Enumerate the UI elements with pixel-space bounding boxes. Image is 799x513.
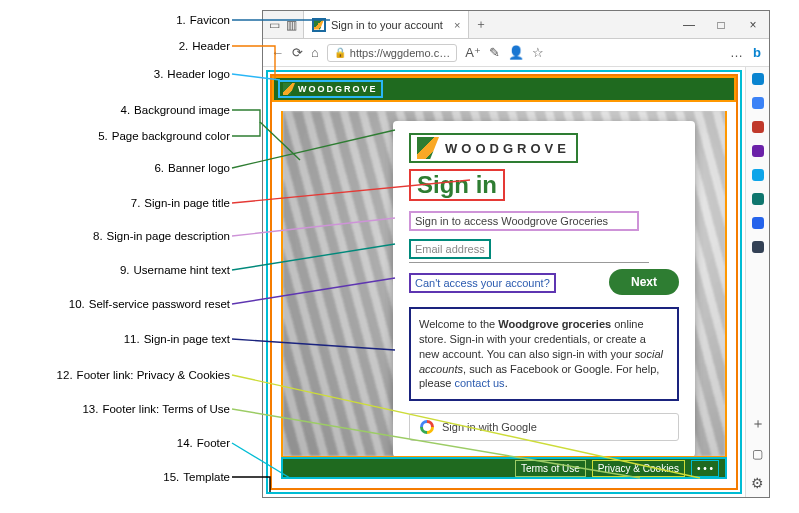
bing-icon[interactable]: b [753, 45, 761, 60]
sidebar-stripe: ＋ ▢ ⚙ [745, 67, 769, 497]
workspace-icon[interactable]: ▭ [269, 18, 280, 32]
side-mail-icon[interactable] [752, 169, 764, 181]
url-box[interactable]: 🔒 https://wggdemo.c… [327, 44, 457, 62]
annot-3: 3.Header logo [154, 68, 230, 80]
annot-12: 12.Footer link: Privacy & Cookies [57, 369, 230, 381]
annot-10: 10.Self-service password reset [69, 298, 230, 310]
footer-terms-link[interactable]: Terms of Use [515, 460, 586, 477]
addperson-icon[interactable]: 👤 [508, 45, 524, 60]
tab-strip: ▭ ▥ Sign in to your account × ＋ — □ × [263, 11, 769, 39]
back-icon[interactable]: ← [271, 45, 284, 60]
footer-privacy-link[interactable]: Privacy & Cookies [592, 460, 685, 477]
annot-4: 4.Background image [121, 104, 231, 116]
side-plus-icon[interactable]: ＋ [751, 415, 765, 435]
google-icon [420, 420, 434, 434]
annot-9: 9.Username hint text [120, 264, 230, 276]
page-footer: Terms of Use Privacy & Cookies • • • [281, 457, 727, 479]
email-input[interactable] [409, 259, 649, 263]
address-bar: ← ⟳ ⌂ 🔒 https://wggdemo.c… A⁺ ✎ 👤 ☆ … b [263, 39, 769, 67]
header-logo: WOODGROVE [278, 80, 383, 98]
url-text: https://wggdemo.c… [350, 47, 450, 59]
annot-14: 14.Footer [177, 437, 230, 449]
next-button[interactable]: Next [609, 269, 679, 295]
annotation-column: 1.Favicon 2.Header 3.Header logo 4.Backg… [0, 0, 240, 513]
side-more-icon[interactable] [752, 241, 764, 253]
tab-tools: ▭ ▥ [263, 11, 303, 38]
lock-icon: 🔒 [334, 47, 346, 58]
new-tab-button[interactable]: ＋ [469, 11, 493, 38]
browser-window: ▭ ▥ Sign in to your account × ＋ — □ × ← … [262, 10, 770, 498]
window-minimize[interactable]: — [673, 11, 705, 38]
annot-7: 7.Sign-in page title [131, 197, 230, 209]
signin-title: Sign in [409, 169, 505, 201]
header-logo-text: WOODGROVE [298, 84, 378, 94]
side-chat-icon[interactable] [752, 97, 764, 109]
tabs-icon[interactable]: ▥ [286, 18, 297, 32]
page-header: WOODGROVE [272, 76, 736, 102]
banner-logo-text: WOODGROVE [445, 141, 570, 156]
side-word-icon[interactable] [752, 217, 764, 229]
annot-6: 6.Banner logo [154, 162, 230, 174]
google-label: Sign in with Google [442, 421, 537, 433]
window-maximize[interactable]: □ [705, 11, 737, 38]
annot-2: 2.Header [179, 40, 230, 52]
annot-8: 8.Sign-in page description [93, 230, 230, 242]
tab-close-icon[interactable]: × [454, 19, 460, 31]
signin-card: WOODGROVE Sign in Sign in to access Wood… [393, 121, 695, 457]
tab-title: Sign in to your account [331, 19, 443, 31]
page-body: WOODGROVE WOODGROVE Sign in [270, 74, 738, 490]
contact-us-link[interactable]: contact us [454, 377, 504, 389]
annot-13: 13.Footer link: Terms of Use [82, 403, 230, 415]
favicon [312, 18, 326, 32]
translate-icon[interactable]: ✎ [489, 45, 500, 60]
read-aloud-icon[interactable]: A⁺ [465, 45, 481, 60]
banner-logo: WOODGROVE [409, 133, 578, 163]
window-close[interactable]: × [737, 11, 769, 38]
background-image: WOODGROVE Sign in Sign in to access Wood… [281, 111, 727, 458]
more-icon[interactable]: … [730, 45, 743, 60]
forgot-password-link[interactable]: Can't access your account? [409, 273, 556, 293]
google-signin-button[interactable]: Sign in with Google [409, 413, 679, 441]
footer-more-link[interactable]: • • • [691, 460, 719, 477]
favorite-icon[interactable]: ☆ [532, 45, 544, 60]
signin-description: Sign in to access Woodgrove Groceries [409, 211, 639, 231]
page-viewport: WOODGROVE WOODGROVE Sign in [263, 67, 745, 497]
refresh-icon[interactable]: ⟳ [292, 45, 303, 60]
browser-tab[interactable]: Sign in to your account × [303, 11, 469, 38]
home-icon[interactable]: ⌂ [311, 45, 319, 60]
signin-page-text: Welcome to the Woodgrove groceries onlin… [409, 307, 679, 401]
annot-1: 1.Favicon [176, 14, 230, 26]
annot-11: 11.Sign-in page text [124, 333, 230, 345]
annot-5: 5.Page background color [98, 130, 230, 142]
side-game-icon[interactable] [752, 145, 764, 157]
side-settings-icon[interactable]: ⚙ [751, 475, 764, 497]
side-office-icon[interactable] [752, 193, 764, 205]
side-search-icon[interactable] [752, 73, 764, 85]
header-logo-icon [283, 83, 295, 95]
annot-15: 15.Template [163, 471, 230, 483]
banner-logo-icon [417, 137, 439, 159]
username-hint: Email address [409, 239, 491, 259]
side-shop-icon[interactable] [752, 121, 764, 133]
side-collapse-icon[interactable]: ▢ [752, 447, 763, 463]
